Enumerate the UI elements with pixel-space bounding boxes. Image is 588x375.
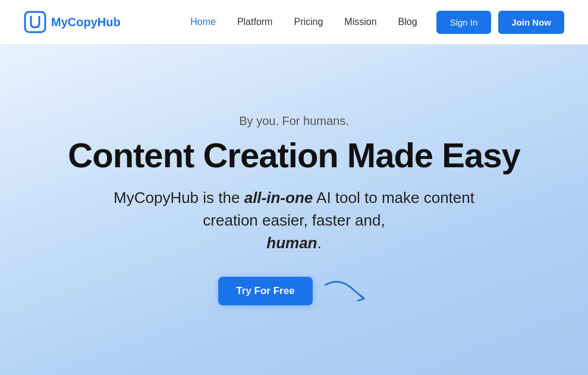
nav-links: Home Platform Pricing Mission Blog bbox=[190, 17, 417, 27]
logo-link[interactable]: MyCopyHub bbox=[24, 11, 121, 33]
hero-subtitle-end: . bbox=[317, 234, 322, 252]
hero-cta-area: Try For Free bbox=[218, 277, 369, 305]
logo-text: MyCopyHub bbox=[51, 15, 121, 29]
navbar: MyCopyHub Home Platform Pricing Mission … bbox=[0, 0, 588, 45]
nav-buttons: Sign In Join Now bbox=[436, 11, 564, 34]
arrow-decoration bbox=[322, 279, 370, 303]
nav-item-home[interactable]: Home bbox=[190, 17, 216, 27]
logo-icon bbox=[24, 11, 46, 33]
nav-item-blog[interactable]: Blog bbox=[398, 17, 417, 27]
hero-subtitle-human: human bbox=[266, 234, 317, 252]
try-for-free-button[interactable]: Try For Free bbox=[218, 277, 312, 305]
join-button[interactable]: Join Now bbox=[498, 11, 564, 34]
hero-subtitle-start: MyCopyHub is the bbox=[114, 189, 244, 207]
hero-title: Content Creation Made Easy bbox=[68, 136, 520, 174]
hero-tagline: By you. For humans. bbox=[239, 114, 349, 128]
hero-subtitle-bold: all-in-one bbox=[244, 189, 313, 207]
svg-rect-0 bbox=[25, 12, 45, 32]
hero-section: By you. For humans. Content Creation Mad… bbox=[0, 45, 588, 375]
nav-item-pricing[interactable]: Pricing bbox=[294, 17, 323, 27]
curved-arrow-icon bbox=[322, 279, 370, 303]
nav-item-platform[interactable]: Platform bbox=[237, 17, 273, 27]
nav-item-mission[interactable]: Mission bbox=[344, 17, 376, 27]
signin-button[interactable]: Sign In bbox=[436, 11, 492, 34]
hero-subtitle: MyCopyHub is the all-in-one AI tool to m… bbox=[92, 187, 496, 254]
